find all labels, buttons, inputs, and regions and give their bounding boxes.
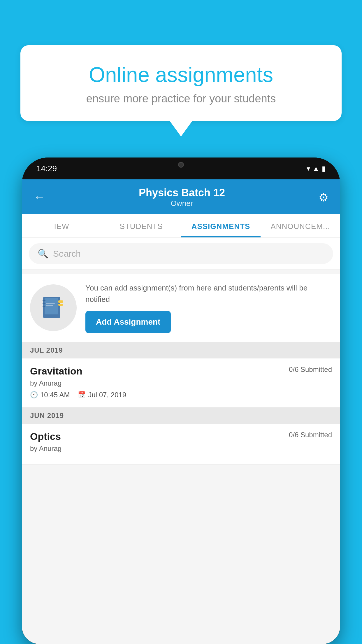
search-bar[interactable]: 🔍 Search bbox=[29, 243, 333, 264]
assignment-time-gravitation: 🕙 10:45 AM bbox=[30, 391, 70, 399]
phone-time: 14:29 bbox=[36, 164, 57, 173]
signal-icon: ▲ bbox=[312, 164, 319, 173]
back-button[interactable]: ← bbox=[34, 191, 45, 204]
svg-rect-6 bbox=[43, 306, 45, 307]
assignment-header-optics: Optics 0/6 Submitted bbox=[30, 431, 332, 442]
wifi-icon: ▾ bbox=[307, 164, 310, 173]
speech-bubble-tail bbox=[169, 120, 193, 136]
assignment-time-value: 10:45 AM bbox=[40, 391, 70, 399]
app-header-subtitle: Owner bbox=[139, 199, 225, 208]
assignment-by-optics: by Anurag bbox=[30, 444, 332, 453]
promo-icon-circle bbox=[30, 284, 77, 331]
speech-bubble: Online assignments ensure more practice … bbox=[20, 45, 342, 121]
assignment-status-optics: 0/6 Submitted bbox=[289, 431, 332, 439]
notebook-icon bbox=[40, 295, 66, 321]
add-assignment-promo: You can add assignment(s) from here and … bbox=[22, 274, 340, 342]
assignment-by-gravitation: by Anurag bbox=[30, 379, 332, 387]
app-header-title: Physics Batch 12 bbox=[139, 187, 225, 199]
assignment-item-optics[interactable]: Optics 0/6 Submitted by Anurag bbox=[22, 424, 340, 465]
add-assignment-button[interactable]: Add Assignment bbox=[85, 311, 171, 333]
tab-iew[interactable]: IEW bbox=[22, 214, 101, 237]
svg-rect-4 bbox=[43, 300, 45, 301]
svg-rect-8 bbox=[46, 305, 53, 306]
speech-bubble-container: Online assignments ensure more practice … bbox=[20, 45, 342, 136]
phone-status-icons: ▾ ▲ ▮ bbox=[307, 164, 326, 173]
speech-bubble-subtitle: ensure more practice for your students bbox=[41, 92, 321, 105]
battery-icon: ▮ bbox=[322, 164, 326, 173]
promo-right: You can add assignment(s) from here and … bbox=[85, 282, 332, 333]
svg-rect-7 bbox=[46, 303, 55, 304]
assignment-header: Gravitation 0/6 Submitted bbox=[30, 365, 332, 377]
calendar-icon: 📅 bbox=[78, 391, 86, 399]
assignment-name-gravitation: Gravitation bbox=[30, 365, 82, 377]
tab-announcements[interactable]: ANNOUNCEM... bbox=[261, 214, 340, 237]
svg-rect-5 bbox=[43, 303, 45, 304]
promo-text: You can add assignment(s) from here and … bbox=[85, 282, 332, 305]
tab-assignments[interactable]: ASSIGNMENTS bbox=[181, 214, 261, 237]
phone-camera bbox=[178, 162, 184, 168]
phone-status-bar: 14:29 ▾ ▲ ▮ bbox=[22, 158, 340, 179]
assignment-name-optics: Optics bbox=[30, 431, 61, 442]
month-separator-jun: JUN 2019 bbox=[22, 407, 340, 424]
assignment-meta-gravitation: 🕙 10:45 AM 📅 Jul 07, 2019 bbox=[30, 391, 332, 399]
svg-rect-2 bbox=[58, 300, 63, 303]
settings-button[interactable]: ⚙ bbox=[319, 191, 328, 204]
search-icon: 🔍 bbox=[38, 249, 48, 259]
tab-students[interactable]: STUDENTS bbox=[101, 214, 181, 237]
phone-frame: 14:29 ▾ ▲ ▮ ← Physics Batch 12 Owner ⚙ I… bbox=[22, 158, 340, 644]
search-placeholder: Search bbox=[53, 249, 81, 259]
app-header-center: Physics Batch 12 Owner bbox=[139, 187, 225, 208]
app-screen: ← Physics Batch 12 Owner ⚙ IEW STUDENTS … bbox=[22, 179, 340, 644]
assignment-date-gravitation: 📅 Jul 07, 2019 bbox=[78, 391, 126, 399]
phone-notch bbox=[164, 158, 198, 172]
app-tabs: IEW STUDENTS ASSIGNMENTS ANNOUNCEM... bbox=[22, 214, 340, 238]
assignment-status-gravitation: 0/6 Submitted bbox=[289, 365, 332, 374]
svg-rect-3 bbox=[58, 304, 63, 306]
assignment-date-value: Jul 07, 2019 bbox=[88, 391, 126, 399]
assignment-item-gravitation[interactable]: Gravitation 0/6 Submitted by Anurag 🕙 10… bbox=[22, 358, 340, 407]
app-header: ← Physics Batch 12 Owner ⚙ bbox=[22, 179, 340, 214]
month-separator-jul: JUL 2019 bbox=[22, 342, 340, 358]
speech-bubble-title: Online assignments bbox=[41, 63, 321, 87]
svg-rect-1 bbox=[45, 298, 58, 314]
search-container: 🔍 Search bbox=[22, 238, 340, 270]
clock-icon: 🕙 bbox=[30, 391, 38, 399]
